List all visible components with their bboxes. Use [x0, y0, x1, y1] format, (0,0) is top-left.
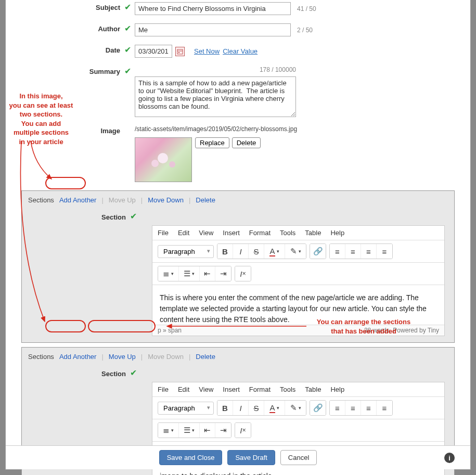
ordered-list-icon[interactable]: ≣▾	[158, 266, 179, 281]
align-center-icon[interactable]: ≡	[345, 401, 361, 415]
check-icon: ✔	[126, 211, 140, 221]
author-counter: 2 / 50	[297, 27, 313, 34]
rte-powered: Powered by Tiny	[393, 327, 439, 334]
unordered-list-icon[interactable]: ☰▾	[179, 266, 200, 281]
rte-toolbar-1: Paragraph B I S A▾ ✎▾ 🔗 ≡ ≡ ≡ ≡	[152, 240, 444, 263]
outdent-icon[interactable]: ⇤	[200, 423, 215, 438]
menu-file[interactable]: File	[158, 229, 169, 237]
menu-edit[interactable]: Edit	[178, 386, 189, 393]
italic-icon[interactable]: I	[233, 244, 249, 259]
subject-counter: 41 / 50	[297, 5, 316, 12]
calendar-icon[interactable]	[175, 47, 185, 56]
menu-format[interactable]: Format	[249, 386, 271, 393]
menu-help[interactable]: Help	[330, 386, 344, 393]
author-input[interactable]	[135, 23, 291, 36]
section-header-2: Sections Add Another | Move Up | Move Do…	[22, 348, 454, 366]
author-row: Author ✔ 2 / 50	[21, 23, 455, 36]
italic-icon[interactable]: I	[233, 401, 249, 415]
svg-rect-2	[178, 52, 179, 53]
menu-table[interactable]: Table	[305, 386, 321, 393]
strike-icon[interactable]: S	[249, 401, 264, 415]
text-color-icon[interactable]: A▾	[264, 244, 285, 259]
paragraph-select[interactable]: Paragraph	[158, 402, 214, 415]
help-icon[interactable]: i	[444, 453, 455, 463]
align-right-icon[interactable]: ≡	[361, 401, 377, 415]
menu-view[interactable]: View	[199, 229, 213, 237]
menu-edit[interactable]: Edit	[178, 229, 189, 237]
set-now-link[interactable]: Set Now	[194, 47, 220, 55]
delete-section-link[interactable]: Delete	[196, 353, 215, 361]
move-down-link[interactable]: Move Down	[148, 196, 184, 204]
check-icon: ✔	[120, 2, 135, 12]
indent-icon[interactable]: ⇥	[215, 266, 231, 281]
menu-help[interactable]: Help	[330, 229, 344, 237]
menu-table[interactable]: Table	[305, 229, 321, 237]
align-right-icon[interactable]: ≡	[361, 244, 377, 259]
strike-icon[interactable]: S	[249, 244, 264, 259]
save-and-close-button[interactable]: Save and Close	[159, 450, 223, 465]
menu-view[interactable]: View	[199, 386, 213, 393]
menu-insert[interactable]: Insert	[223, 229, 240, 237]
clear-format-icon[interactable]: I×	[235, 266, 251, 281]
date-label: Date	[21, 45, 120, 54]
clear-format-icon[interactable]: I×	[235, 423, 251, 438]
form-dialog: Subject ✔ 41 / 50 Author ✔ 2 / 50 Date ✔	[5, 0, 471, 470]
form-content: Subject ✔ 41 / 50 Author ✔ 2 / 50 Date ✔	[6, 0, 470, 475]
menu-tools[interactable]: Tools	[280, 229, 295, 237]
align-justify-icon[interactable]: ≡	[377, 401, 392, 415]
rte-body-1[interactable]: This is where you enter the comment of t…	[152, 285, 444, 325]
bold-icon[interactable]: B	[217, 401, 233, 415]
image-row: Image /static-assets/item/images/2019/05…	[21, 125, 455, 182]
delete-image-button[interactable]: Delete	[232, 137, 261, 148]
section-block-1: Sections Add Another | Move Up | Move Do…	[21, 190, 455, 343]
check-icon: ✔	[120, 23, 135, 33]
bold-icon[interactable]: B	[217, 244, 233, 259]
section-row-2: Section ✔	[22, 366, 454, 382]
menu-file[interactable]: File	[158, 386, 169, 393]
unordered-list-icon[interactable]: ☰▾	[179, 423, 200, 438]
menu-tools[interactable]: Tools	[280, 386, 295, 393]
align-center-icon[interactable]: ≡	[345, 244, 361, 259]
date-input[interactable]	[135, 45, 172, 58]
section-label: Section	[22, 368, 126, 378]
cancel-button[interactable]: Cancel	[280, 450, 317, 465]
check-icon: ✔	[126, 368, 140, 378]
subject-label: Subject	[21, 2, 120, 11]
move-down-disabled: Move Down	[148, 353, 184, 361]
add-another-link[interactable]: Add Another	[59, 353, 97, 361]
image-path: /static-assets/item/images/2019/05/02/ch…	[135, 125, 297, 133]
date-row: Date ✔ Set Now Clear Value	[21, 45, 455, 58]
save-draft-button[interactable]: Save Draft	[227, 450, 275, 465]
align-justify-icon[interactable]: ≡	[377, 244, 392, 259]
sections-label: Sections	[28, 353, 54, 361]
delete-section-link[interactable]: Delete	[196, 196, 215, 204]
menu-insert[interactable]: Insert	[223, 386, 240, 393]
section-row-1: Section ✔	[22, 209, 454, 225]
link-icon[interactable]: 🔗	[310, 401, 326, 415]
align-left-icon[interactable]: ≡	[330, 401, 345, 415]
clear-value-link[interactable]: Clear Value	[223, 47, 258, 55]
rte-menu: File Edit View Insert Format Tools Table…	[152, 226, 444, 240]
menu-format[interactable]: Format	[249, 229, 271, 237]
ordered-list-icon[interactable]: ≣▾	[158, 423, 179, 438]
align-left-icon[interactable]: ≡	[330, 244, 345, 259]
rte-menu: File Edit View Insert Format Tools Table…	[152, 382, 444, 397]
indent-icon[interactable]: ⇥	[215, 423, 231, 438]
text-color-icon[interactable]: A▾	[264, 401, 285, 415]
paragraph-select[interactable]: Paragraph	[158, 245, 214, 258]
move-up-link[interactable]: Move Up	[109, 353, 136, 361]
highlight-icon[interactable]: ✎▾	[285, 244, 306, 259]
dialog-footer: Save and Close Save Draft Cancel i	[6, 445, 470, 469]
link-icon[interactable]: 🔗	[310, 244, 326, 259]
rte-editor-1: File Edit View Insert Format Tools Table…	[152, 225, 445, 336]
highlight-icon[interactable]: ✎▾	[285, 401, 306, 415]
replace-button[interactable]: Replace	[195, 137, 229, 148]
summary-textarea[interactable]	[135, 76, 296, 117]
add-another-link[interactable]: Add Another	[59, 196, 97, 204]
rte-wordcount: 38 words	[364, 327, 390, 334]
subject-input[interactable]	[135, 2, 291, 15]
sections-label: Sections	[28, 196, 54, 204]
author-label: Author	[21, 23, 120, 33]
outdent-icon[interactable]: ⇤	[200, 266, 215, 281]
rte-toolbar-1: Paragraph B I S A▾ ✎▾ 🔗 ≡ ≡ ≡ ≡	[152, 397, 444, 419]
